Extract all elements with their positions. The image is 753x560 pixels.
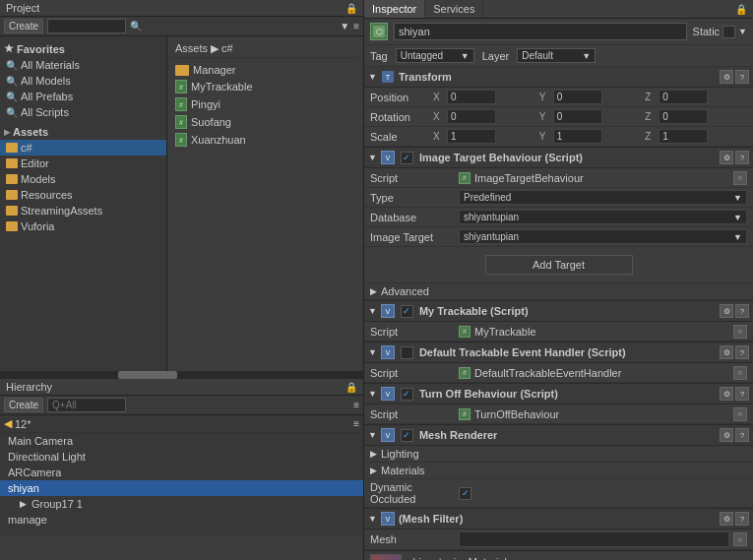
goto-icon[interactable]: ○ <box>733 171 747 185</box>
settings-icon[interactable]: ⚙ <box>720 70 733 84</box>
settings-icon[interactable]: ⚙ <box>720 304 733 318</box>
image-target-icon: V <box>381 151 395 164</box>
turn-off-icon: V <box>381 387 395 401</box>
goto-icon[interactable]: ○ <box>733 366 747 380</box>
image-target-checkbox[interactable] <box>401 152 413 164</box>
transform-header[interactable]: ▼ T Transform ⚙ ? <box>364 67 753 88</box>
layer-dropdown[interactable]: Default ▼ <box>517 48 596 63</box>
settings-icon[interactable]: ⚙ <box>720 512 733 526</box>
rotation-x-input[interactable] <box>447 109 496 124</box>
services-tab[interactable]: Services <box>425 0 483 18</box>
settings-icon[interactable]: ⚙ <box>720 387 733 401</box>
project-scrollbar[interactable] <box>0 371 363 379</box>
goto-icon[interactable]: ○ <box>733 532 747 546</box>
settings-icon[interactable]: ⚙ <box>720 428 733 442</box>
my-trackable-checkbox[interactable] <box>401 305 413 318</box>
static-dropdown-arrow[interactable]: ▼ <box>738 27 747 36</box>
assets-vuforia-folder[interactable]: Vuforia <box>0 218 166 234</box>
mesh-field[interactable] <box>459 531 729 547</box>
scene-root[interactable]: ◀ 12* ≡ <box>0 415 363 433</box>
help-icon[interactable]: ? <box>735 387 749 401</box>
hierarchy-create-button[interactable]: Create <box>4 398 43 412</box>
position-y-input[interactable] <box>553 90 602 104</box>
object-name-field[interactable] <box>394 23 687 40</box>
asset-xuanzhuan[interactable]: # Xuanzhuan <box>171 131 359 149</box>
mesh-renderer-checkbox[interactable] <box>401 429 413 442</box>
project-search-input[interactable] <box>47 19 126 33</box>
position-x-input[interactable] <box>447 90 496 104</box>
it-type-dropdown[interactable]: Predefined ▼ <box>459 190 747 205</box>
help-icon[interactable]: ? <box>735 345 749 359</box>
goto-icon[interactable]: ○ <box>733 407 747 421</box>
my-trackable-title: My Trackable (Script) <box>419 305 716 317</box>
add-target-row: Add Target <box>364 247 753 283</box>
create-button[interactable]: Create <box>4 19 43 33</box>
default-trackable-header[interactable]: ▼ V Default Trackable Event Handler (Scr… <box>364 342 753 363</box>
hierarchy-search-input[interactable] <box>47 398 126 412</box>
add-target-button[interactable]: Add Target <box>485 255 633 275</box>
h-group17[interactable]: ▶ Group17 1 <box>0 496 363 512</box>
mesh-filter-component: ▼ V (Mesh Filter) ⚙ ? Mesh ○ <box>364 509 753 551</box>
favorites-all-prefabs[interactable]: 🔍 All Prefabs <box>0 89 166 104</box>
inspector-tab[interactable]: Inspector <box>364 0 425 18</box>
assets-section[interactable]: ▶ Assets <box>0 124 166 140</box>
help-icon[interactable]: ? <box>735 304 749 318</box>
favorites-section[interactable]: ★ Favorites <box>0 40 166 57</box>
tag-dropdown[interactable]: Untagged ▼ <box>396 48 474 63</box>
folder-icon <box>6 206 18 216</box>
asset-suofang[interactable]: # Suofang <box>171 113 359 131</box>
all-scripts-label: All Scripts <box>21 106 69 118</box>
rotation-z-input[interactable] <box>659 109 708 124</box>
asset-manager[interactable]: Manager <box>171 62 359 78</box>
assets-streaming-folder[interactable]: StreamingAssets <box>0 203 166 218</box>
default-trackable-checkbox[interactable] <box>401 346 413 359</box>
default-trackable-icons: ⚙ ? <box>720 345 749 359</box>
help-icon[interactable]: ? <box>735 151 749 164</box>
turn-off-component: ▼ V Turn Off Behaviour (Script) ⚙ ? Scri… <box>364 384 753 425</box>
asset-pingyi[interactable]: # Pingyi <box>171 95 359 113</box>
settings-icon[interactable]: ⚙ <box>720 345 733 359</box>
static-checkbox[interactable] <box>722 26 735 38</box>
favorites-all-materials[interactable]: 🔍 All Materials <box>0 57 166 73</box>
hierarchy-expand-icon: ≡ <box>353 400 359 410</box>
dynamic-occluded-checkbox[interactable] <box>459 487 471 500</box>
scale-x-field: X <box>433 129 535 144</box>
assets-models-folder[interactable]: Models <box>0 171 166 187</box>
assets-section-label: Assets <box>13 126 48 138</box>
mesh-renderer-header[interactable]: ▼ V Mesh Renderer ⚙ ? <box>364 425 753 446</box>
assets-editor-folder[interactable]: Editor <box>0 156 166 171</box>
scale-z-input[interactable] <box>659 129 708 144</box>
goto-icon[interactable]: ○ <box>733 325 747 339</box>
h-shiyan[interactable]: shiyan <box>0 480 363 496</box>
my-trackable-header[interactable]: ▼ V My Trackable (Script) ⚙ ? <box>364 301 753 322</box>
h-manage[interactable]: manage <box>0 512 363 528</box>
advanced-row[interactable]: ▶ Advanced <box>364 283 753 300</box>
favorites-all-models[interactable]: 🔍 All Models <box>0 73 166 89</box>
materials-row[interactable]: ▶ Materials <box>364 463 753 479</box>
folder-icon <box>6 158 18 168</box>
help-icon[interactable]: ? <box>735 70 749 84</box>
settings-icon[interactable]: ⚙ <box>720 151 733 164</box>
rotation-y-input[interactable] <box>553 109 602 124</box>
scale-x-input[interactable] <box>447 129 496 144</box>
assets-csharp-folder[interactable]: c# <box>0 140 166 156</box>
it-imagetarget-dropdown[interactable]: shiyantupian ▼ <box>459 229 747 244</box>
it-database-dropdown[interactable]: shiyantupian ▼ <box>459 210 747 224</box>
h-directional-light[interactable]: Directional Light <box>0 449 363 465</box>
favorites-all-scripts[interactable]: 🔍 All Scripts <box>0 104 166 120</box>
h-item-label: Main Camera <box>8 435 73 447</box>
position-z-input[interactable] <box>659 90 708 104</box>
image-target-header[interactable]: ▼ V Image Target Behaviour (Script) ⚙ ? <box>364 148 753 168</box>
h-arcamera[interactable]: ARCamera <box>0 465 363 480</box>
help-icon[interactable]: ? <box>735 512 749 526</box>
h-main-camera[interactable]: Main Camera <box>0 433 363 449</box>
asset-mytrackable[interactable]: # MyTrackable <box>171 78 359 95</box>
turn-off-header[interactable]: ▼ V Turn Off Behaviour (Script) ⚙ ? <box>364 384 753 404</box>
help-icon[interactable]: ? <box>735 428 749 442</box>
script-icon: # <box>175 97 187 111</box>
turn-off-checkbox[interactable] <box>401 388 413 401</box>
assets-resources-folder[interactable]: Resources <box>0 187 166 203</box>
scale-y-input[interactable] <box>553 129 602 144</box>
mesh-filter-header[interactable]: ▼ V (Mesh Filter) ⚙ ? <box>364 509 753 529</box>
lighting-row[interactable]: ▶ Lighting <box>364 446 753 463</box>
